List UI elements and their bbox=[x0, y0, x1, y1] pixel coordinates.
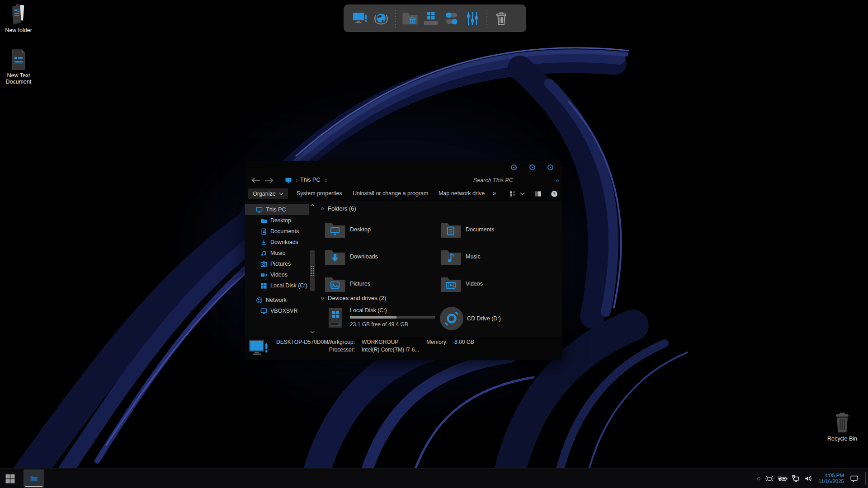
workgroup-value: WORKGROUP bbox=[362, 339, 398, 345]
help-icon[interactable]: ? bbox=[551, 190, 558, 197]
desktop-icon-recycle-bin[interactable]: Recycle Bin bbox=[825, 411, 860, 442]
show-desktop-button[interactable] bbox=[865, 472, 866, 485]
drive-info: Local Disk (C:) 23.1 GB free of 49.4 GB bbox=[350, 307, 435, 330]
file-explorer-taskbar-button[interactable] bbox=[24, 469, 44, 488]
scroll-up-icon[interactable] bbox=[310, 202, 315, 208]
breadcrumb-location[interactable]: This PC bbox=[300, 177, 320, 183]
folder-icon bbox=[1, 3, 36, 25]
tile-label: Music bbox=[466, 253, 481, 260]
search-input[interactable] bbox=[473, 175, 554, 185]
maximize-button[interactable] bbox=[529, 164, 535, 170]
volume-icon[interactable] bbox=[804, 475, 812, 482]
show-hidden-icons-button[interactable] bbox=[757, 477, 760, 480]
disk-free-text: 23.1 GB free of 49.4 GB bbox=[350, 321, 435, 328]
scroll-down-icon[interactable] bbox=[310, 329, 315, 335]
cd-drive-icon bbox=[439, 306, 464, 331]
search-icon[interactable] bbox=[556, 179, 559, 182]
power-battery-icon[interactable] bbox=[778, 475, 788, 482]
sidebar-item-label: Music bbox=[270, 250, 285, 256]
globe-network-icon[interactable] bbox=[373, 9, 390, 28]
folders-section-header[interactable]: Folders (6) bbox=[321, 205, 356, 212]
breadcrumb-separator-icon[interactable] bbox=[296, 179, 298, 182]
cd-drive-tile[interactable]: CD Drive (D:) bbox=[439, 306, 552, 331]
drive-label: Local Disk (C:) bbox=[350, 307, 435, 314]
breadcrumb-separator-icon[interactable] bbox=[325, 179, 327, 182]
dock-divider bbox=[395, 9, 396, 28]
trash-icon[interactable] bbox=[493, 9, 510, 28]
windows-logo-icon bbox=[5, 474, 15, 483]
system-properties-button[interactable]: System properties bbox=[297, 190, 342, 197]
start-button[interactable] bbox=[5, 474, 15, 483]
video-camera-icon bbox=[260, 272, 267, 278]
folder-icon bbox=[440, 248, 461, 265]
hard-drive-icon bbox=[325, 307, 346, 329]
close-button[interactable] bbox=[547, 164, 553, 170]
sidebar-item-pictures[interactable]: Pictures bbox=[245, 258, 309, 269]
network-ethernet-icon[interactable] bbox=[792, 475, 800, 483]
action-center-icon[interactable] bbox=[850, 475, 859, 483]
map-network-drive-button[interactable]: Map network drive bbox=[439, 190, 485, 197]
collapse-section-icon[interactable] bbox=[321, 297, 324, 300]
recycle-bin-icon bbox=[825, 411, 860, 434]
folder-tile-downloads[interactable]: Downloads bbox=[325, 248, 438, 266]
sidebar-item-downloads[interactable]: Downloads bbox=[245, 237, 309, 248]
computer-alert-icon[interactable] bbox=[352, 9, 369, 28]
windows-drive-icon[interactable] bbox=[422, 9, 439, 28]
sidebar-item-documents[interactable]: Documents bbox=[245, 226, 309, 237]
text-document-icon bbox=[1, 49, 36, 70]
sidebar-item-this-pc[interactable]: This PC bbox=[245, 204, 309, 215]
computer-icon bbox=[256, 206, 263, 213]
devices-section-header[interactable]: Devices and drives (2) bbox=[321, 295, 386, 301]
folder-tile-videos[interactable]: Videos bbox=[440, 275, 553, 293]
forward-button[interactable] bbox=[264, 176, 274, 185]
toolbar-overflow-button[interactable]: » bbox=[493, 189, 496, 197]
explorer-window: This PC Organize System properties Unins… bbox=[245, 161, 562, 360]
processor-value: Intel(R) Core(TM) i7-6... bbox=[362, 347, 419, 353]
equalizer-sliders-icon[interactable] bbox=[464, 9, 481, 28]
sidebar-scrollbar[interactable] bbox=[309, 201, 316, 337]
sidebar-item-vboxsvr[interactable]: VBOXSVR bbox=[245, 305, 309, 316]
local-disk-tile[interactable]: Local Disk (C:) 23.1 GB free of 49.4 GB bbox=[325, 307, 438, 330]
desktop-icon-new-folder[interactable]: New folder bbox=[1, 3, 36, 33]
processor-label: Processor: bbox=[299, 347, 355, 353]
desktop-icon-label: New Text Document bbox=[1, 72, 36, 85]
sidebar-item-local-disk[interactable]: Local Disk (C:) bbox=[245, 280, 309, 291]
uninstall-program-button[interactable]: Uninstall or change a program bbox=[353, 190, 428, 197]
collapse-section-icon[interactable] bbox=[321, 207, 324, 210]
folder-tile-documents[interactable]: Documents bbox=[440, 221, 553, 239]
sidebar-item-label: Videos bbox=[270, 272, 288, 278]
view-options-chevron-icon[interactable] bbox=[520, 192, 525, 196]
tile-label: Desktop bbox=[350, 226, 371, 233]
display-cast-icon[interactable] bbox=[765, 475, 774, 483]
desktop-icon-new-text-document[interactable]: New Text Document bbox=[1, 49, 36, 85]
computer-icon bbox=[260, 308, 267, 314]
sidebar-item-label: Documents bbox=[270, 228, 299, 235]
sidebar-item-desktop[interactable]: Desktop bbox=[245, 215, 309, 226]
sidebar-item-label: Downloads bbox=[270, 239, 298, 245]
sidebar-item-network[interactable]: Network bbox=[245, 295, 309, 305]
preview-pane-icon[interactable] bbox=[534, 190, 542, 197]
disk-usage-bar bbox=[350, 316, 435, 319]
folder-icon bbox=[325, 248, 345, 265]
organize-button[interactable]: Organize bbox=[248, 188, 288, 199]
back-button[interactable] bbox=[250, 176, 260, 185]
titlebar[interactable] bbox=[245, 161, 562, 174]
sidebar-item-music[interactable]: Music bbox=[245, 248, 309, 258]
change-view-icon[interactable] bbox=[509, 190, 516, 197]
sidebar-item-label: Network bbox=[266, 297, 287, 303]
clock-date: 11/16/2025 bbox=[818, 479, 844, 484]
minimize-button[interactable] bbox=[511, 164, 517, 170]
folder-tile-desktop[interactable]: Desktop bbox=[325, 221, 438, 239]
taskbar-clock[interactable]: 4:05 PM 11/16/2025 bbox=[816, 473, 846, 484]
sidebar-item-videos[interactable]: Videos bbox=[245, 269, 309, 280]
toggle-switches-icon[interactable] bbox=[443, 9, 460, 28]
folder-tile-music[interactable]: Music bbox=[440, 248, 553, 266]
memory-value: 8.00 GB bbox=[454, 339, 474, 345]
command-toolbar: Organize System properties Uninstall or … bbox=[245, 187, 562, 201]
active-app-indicator bbox=[25, 486, 42, 487]
camera-icon bbox=[260, 261, 267, 267]
folder-tile-pictures[interactable]: Pictures bbox=[325, 275, 438, 293]
bank-folder-icon[interactable] bbox=[401, 9, 419, 28]
scrollbar-thumb[interactable] bbox=[310, 250, 315, 291]
this-pc-icon[interactable] bbox=[285, 177, 292, 184]
